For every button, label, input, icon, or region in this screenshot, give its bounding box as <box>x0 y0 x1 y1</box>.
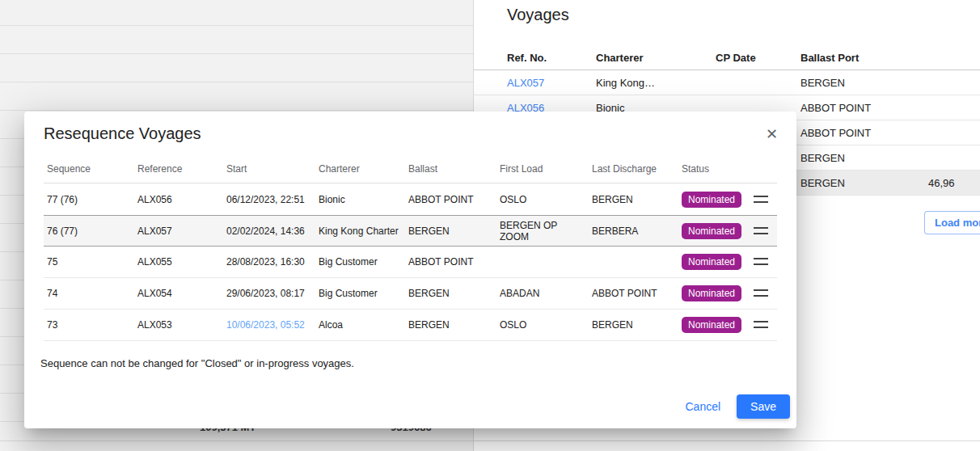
cell-first-load <box>496 247 589 278</box>
cell-status: Nominated <box>678 278 745 310</box>
drag-handle-icon[interactable] <box>754 289 768 297</box>
cell-drag <box>745 278 777 310</box>
cell-drag <box>745 183 777 215</box>
col-sequence: Sequence <box>44 160 134 183</box>
voyage-ref-link[interactable]: ALX057 <box>507 77 596 89</box>
sequence-row-highlighted: 76 (77) ALX057 02/02/2024, 14:36 King Ko… <box>44 215 777 247</box>
voyage-row[interactable]: ALX057 King Kong… BERGEN <box>474 70 980 95</box>
cell-charterer: Bionic <box>315 183 405 215</box>
voyages-table-header: Ref. No. Charterer CP Date Ballast Port <box>474 45 980 70</box>
cell-status: Nominated <box>678 247 745 278</box>
resequence-voyages-dialog: Resequence Voyages ✕ Sequence Reference … <box>24 112 796 428</box>
dialog-actions: Cancel Save <box>677 394 790 419</box>
cell-start: 28/08/2023, 16:30 <box>223 247 315 278</box>
cell-charterer: Alcoa <box>315 310 405 341</box>
voyage-ballast-port: BERGEN <box>800 77 928 89</box>
cell-ballast: BERGEN <box>405 215 496 247</box>
cell-last-discharge <box>589 247 678 278</box>
col-first-load: First Load <box>496 160 589 183</box>
voyage-charterer: King Kong… <box>596 77 716 89</box>
cell-start-link[interactable]: 10/06/2023, 05:52 <box>223 310 315 341</box>
cell-charterer: Big Customer <box>315 247 405 278</box>
dialog-title: Resequence Voyages <box>44 124 201 143</box>
cell-last-discharge: ABBOT POINT <box>589 278 678 310</box>
cell-status: Nominated <box>678 183 745 215</box>
cell-last-discharge: BERBERA <box>589 215 678 247</box>
cell-ballast: BERGEN <box>405 278 496 310</box>
cell-sequence: 75 <box>44 247 134 278</box>
sequence-row: 74 ALX054 29/06/2023, 08:17 Big Customer… <box>44 278 777 310</box>
cell-reference: ALX057 <box>134 215 223 247</box>
status-badge: Nominated <box>682 254 741 270</box>
resequence-table-header: Sequence Reference Start Charterer Balla… <box>44 160 777 183</box>
load-more-button[interactable]: Load more <box>924 211 980 234</box>
col-reference: Reference <box>134 160 223 183</box>
voyages-col-cp-date: CP Date <box>716 52 800 64</box>
cell-sequence: 77 (76) <box>44 183 134 215</box>
resequence-table: Sequence Reference Start Charterer Balla… <box>44 160 777 341</box>
sequence-row: 75 ALX055 28/08/2023, 16:30 Big Customer… <box>44 247 777 278</box>
voyage-ballast-port: BERGEN <box>800 152 928 164</box>
cell-start: 02/02/2024, 14:36 <box>223 215 315 247</box>
sequence-row: 77 (76) ALX056 06/12/2023, 22:51 Bionic … <box>44 183 777 215</box>
cell-reference: ALX054 <box>134 278 223 310</box>
cell-status: Nominated <box>678 215 745 247</box>
sequence-row: 73 ALX053 10/06/2023, 05:52 Alcoa BERGEN… <box>44 310 777 341</box>
voyages-panel-title: Voyages <box>507 6 569 24</box>
close-icon[interactable]: ✕ <box>762 124 782 144</box>
drag-handle-icon[interactable] <box>754 227 768 234</box>
col-drag <box>745 160 777 183</box>
status-badge: Nominated <box>682 317 741 333</box>
status-badge: Nominated <box>682 192 741 208</box>
cell-status: Nominated <box>678 310 745 341</box>
cell-first-load: OSLO <box>496 183 589 215</box>
cell-first-load: OSLO <box>496 310 589 341</box>
cell-reference: ALX053 <box>134 310 223 341</box>
voyages-col-charterer: Charterer <box>596 52 716 64</box>
cell-drag <box>745 247 777 278</box>
status-badge: Nominated <box>682 223 741 239</box>
cell-last-discharge: BERGEN <box>589 310 678 341</box>
cell-reference: ALX055 <box>134 247 223 278</box>
cell-first-load: ABADAN <box>496 278 589 310</box>
cell-charterer: Big Customer <box>315 278 405 310</box>
cell-charterer: King Kong Charter <box>315 215 405 247</box>
cell-ballast: BERGEN <box>405 310 496 341</box>
dialog-header: Resequence Voyages ✕ <box>24 112 796 144</box>
cell-start: 06/12/2023, 22:51 <box>223 183 315 215</box>
cell-sequence: 74 <box>44 278 134 310</box>
drag-handle-icon[interactable] <box>754 258 768 265</box>
col-ballast: Ballast <box>405 160 496 183</box>
voyage-qty: 46,96 <box>928 177 980 189</box>
dialog-note: Sequence can not be changed for "Closed"… <box>40 357 777 369</box>
drag-handle-icon[interactable] <box>754 196 768 203</box>
cell-drag <box>745 215 777 247</box>
cell-last-discharge: BERGEN <box>589 183 678 215</box>
cancel-button[interactable]: Cancel <box>677 394 729 419</box>
col-last-discharge: Last Discharge <box>589 160 678 183</box>
cell-start: 29/06/2023, 08:17 <box>223 278 315 310</box>
drag-handle-icon[interactable] <box>754 321 768 328</box>
save-button[interactable]: Save <box>737 394 790 419</box>
cell-reference: ALX056 <box>134 183 223 215</box>
col-status: Status <box>678 160 745 183</box>
cell-sequence: 73 <box>44 310 134 341</box>
col-charterer: Charterer <box>315 160 405 183</box>
voyage-ballast-port: ABBOT POINT <box>800 127 928 139</box>
bottom-divider <box>0 440 980 441</box>
voyages-col-ballast-port: Ballast Port <box>800 52 928 64</box>
voyages-col-ref: Ref. No. <box>507 52 596 64</box>
col-start: Start <box>223 160 315 183</box>
voyage-ballast-port: ABBOT POINT <box>800 102 928 114</box>
cell-drag <box>745 310 777 341</box>
voyage-ballast-port: BERGEN <box>800 177 928 189</box>
cell-sequence: 76 (77) <box>44 215 134 247</box>
cell-first-load: BERGEN OP ZOOM <box>496 215 589 247</box>
cell-ballast: ABBOT POINT <box>405 183 496 215</box>
cell-ballast: ABBOT POINT <box>405 247 496 278</box>
status-badge: Nominated <box>682 285 741 301</box>
